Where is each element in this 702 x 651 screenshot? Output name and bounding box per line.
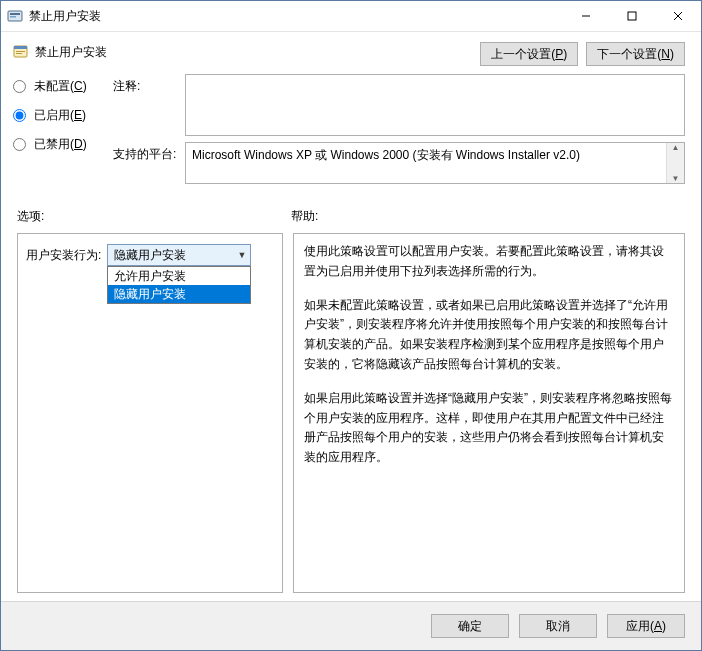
supported-platforms-text: Microsoft Windows XP 或 Windows 2000 (安装有… (192, 147, 580, 164)
comment-row: 注释: (113, 74, 685, 136)
comment-label: 注释: (113, 74, 185, 95)
titlebar: 禁止用户安装 (1, 1, 701, 32)
svg-rect-9 (16, 51, 25, 52)
comment-textarea[interactable] (185, 74, 685, 136)
annotation-column: 注释: 支持的平台: Microsoft Windows XP 或 Window… (113, 74, 685, 190)
chevron-down-icon: ▼ (237, 250, 246, 260)
svg-rect-1 (10, 13, 20, 15)
platform-label: 支持的平台: (113, 142, 185, 163)
main-body: 用户安装行为: 隐藏用户安装 ▼ 允许用户安装 隐藏用户安装 使用此策略设置可以… (1, 229, 701, 601)
app-icon (7, 8, 23, 24)
radio-enabled-input[interactable] (13, 109, 26, 122)
svg-rect-8 (14, 46, 27, 49)
user-install-behavior-label: 用户安装行为: (26, 247, 101, 264)
apply-button-label: 应用(A) (626, 618, 666, 635)
help-pane: 使用此策略设置可以配置用户安装。若要配置此策略设置，请将其设置为已启用并使用下拉… (293, 233, 685, 593)
window-title: 禁止用户安装 (29, 8, 563, 25)
combo-option-allow[interactable]: 允许用户安装 (108, 267, 250, 285)
combo-option-hide[interactable]: 隐藏用户安装 (108, 285, 250, 303)
scroll-down-icon: ▼ (672, 174, 680, 183)
close-button[interactable] (655, 1, 701, 31)
minimize-button[interactable] (563, 1, 609, 31)
svg-rect-10 (16, 53, 22, 54)
ok-button-label: 确定 (458, 618, 482, 635)
config-area: 未配置(C) 已启用(E) 已禁用(D) 注释: 支持的平台: Microsof… (1, 70, 701, 198)
radio-disabled-input[interactable] (13, 138, 26, 151)
radio-not-configured-label: 未配置(C) (34, 78, 87, 95)
header-row: 禁止用户安装 上一个设置(P) 下一个设置(N) (1, 32, 701, 70)
supported-platforms-box: Microsoft Windows XP 或 Windows 2000 (安装有… (185, 142, 685, 184)
combo-selected-text: 隐藏用户安装 (114, 247, 186, 264)
next-setting-button[interactable]: 下一个设置(N) (586, 42, 685, 66)
policy-editor-window: 禁止用户安装 禁止用户安装 上一个设置(P) (0, 0, 702, 651)
policy-title: 禁止用户安装 (35, 42, 480, 61)
previous-setting-label: 上一个设置(P) (491, 46, 567, 63)
scrollbar[interactable]: ▲ ▼ (666, 143, 684, 183)
user-install-behavior-row: 用户安装行为: 隐藏用户安装 ▼ 允许用户安装 隐藏用户安装 (26, 244, 274, 266)
user-install-behavior-combo[interactable]: 隐藏用户安装 ▼ 允许用户安装 隐藏用户安装 (107, 244, 251, 266)
help-paragraph-1: 使用此策略设置可以配置用户安装。若要配置此策略设置，请将其设置为已启用并使用下拉… (304, 242, 674, 282)
combo-dropdown: 允许用户安装 隐藏用户安装 (107, 266, 251, 304)
scroll-up-icon: ▲ (672, 143, 680, 152)
state-radio-group: 未配置(C) 已启用(E) 已禁用(D) (13, 74, 113, 190)
next-setting-label: 下一个设置(N) (597, 46, 674, 63)
cancel-button-label: 取消 (546, 618, 570, 635)
help-paragraph-3: 如果启用此策略设置并选择“隐藏用户安装”，则安装程序将忽略按照每个用户安装的应用… (304, 389, 674, 468)
radio-not-configured-input[interactable] (13, 80, 26, 93)
options-section-label: 选项: (17, 208, 291, 225)
radio-not-configured[interactable]: 未配置(C) (13, 78, 113, 95)
radio-enabled-label: 已启用(E) (34, 107, 86, 124)
help-paragraph-2: 如果未配置此策略设置，或者如果已启用此策略设置并选择了“允许用户安装”，则安装程… (304, 296, 674, 375)
maximize-button[interactable] (609, 1, 655, 31)
radio-enabled[interactable]: 已启用(E) (13, 107, 113, 124)
options-pane: 用户安装行为: 隐藏用户安装 ▼ 允许用户安装 隐藏用户安装 (17, 233, 283, 593)
dialog-button-bar: 确定 取消 应用(A) (1, 601, 701, 650)
nav-buttons: 上一个设置(P) 下一个设置(N) (480, 42, 685, 66)
apply-button[interactable]: 应用(A) (607, 614, 685, 638)
svg-rect-2 (10, 16, 16, 18)
platform-row: 支持的平台: Microsoft Windows XP 或 Windows 20… (113, 142, 685, 184)
radio-disabled-label: 已禁用(D) (34, 136, 87, 153)
cancel-button[interactable]: 取消 (519, 614, 597, 638)
previous-setting-button[interactable]: 上一个设置(P) (480, 42, 578, 66)
svg-rect-4 (628, 12, 636, 20)
policy-icon (13, 44, 29, 60)
radio-disabled[interactable]: 已禁用(D) (13, 136, 113, 153)
window-controls (563, 1, 701, 31)
help-section-label: 帮助: (291, 208, 685, 225)
ok-button[interactable]: 确定 (431, 614, 509, 638)
section-labels: 选项: 帮助: (1, 198, 701, 229)
